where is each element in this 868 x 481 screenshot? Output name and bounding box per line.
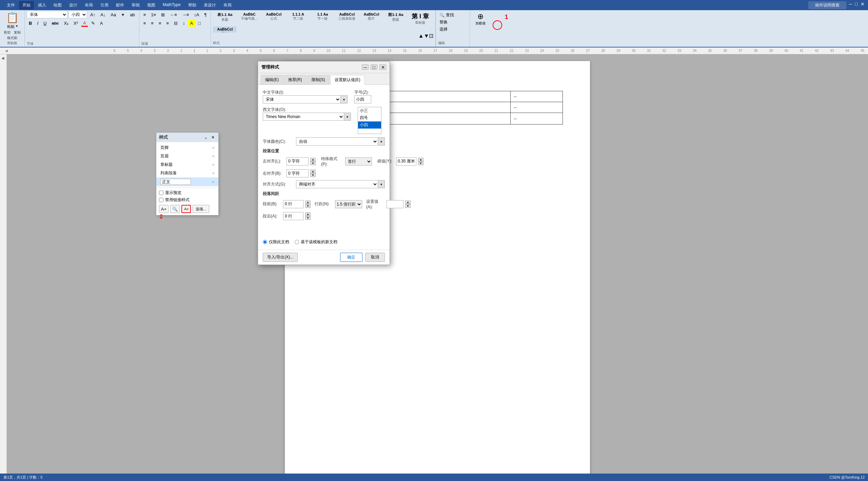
style-section1[interactable]: 1.1 Aa 节一级 [311,12,334,26]
font-size-select[interactable]: 小四 [68,11,87,18]
style-table-title[interactable]: 表1-1 Aa 表题 [213,12,237,26]
replace-button[interactable]: 替换 [438,19,468,26]
multilevel-list-button[interactable]: ⊞ [159,11,167,18]
ok-button[interactable]: 确定 [340,253,362,262]
indent-value-up[interactable]: ▲ [418,158,423,161]
manage-styles-button[interactable]: A≡ [181,205,191,213]
style-name-input[interactable] [160,179,191,185]
align-center-button[interactable]: ≡ [149,19,156,27]
western-font-dropdown[interactable]: ▾ [344,113,351,120]
style-inspector-button[interactable]: 🔍 [170,205,180,213]
underline-button[interactable]: U [41,19,48,27]
style-chapter[interactable]: 第 I 章 章标题 [408,12,432,26]
alignment-select[interactable]: 两端对齐 [296,180,378,188]
align-right-down[interactable]: ▼ [310,173,316,177]
table-cell-2-2[interactable]: ← [511,102,563,113]
menu-review[interactable]: 审阅 [128,1,143,9]
column-button[interactable]: ⊟ [172,19,180,27]
special-format-select[interactable]: 首行 [345,157,372,166]
paste-button[interactable]: 📋 [6,12,19,23]
style-threeline[interactable]: AaBbCcI 三线表段落 [335,12,359,26]
alignment-dropdown[interactable]: ▾ [378,180,384,188]
styles-scroll-down[interactable]: ▼ [424,33,429,39]
menu-table-layout[interactable]: 布局 [220,1,235,9]
table-cell-3-2[interactable]: ← [511,113,563,124]
style-image[interactable]: AaBbCcI 图片 [359,12,383,26]
select-button[interactable]: 选择 [438,26,468,33]
after-input[interactable] [283,212,303,220]
sort-button[interactable]: ↕A [192,11,201,18]
borders-button[interactable]: □ [196,19,203,27]
font-name-select[interactable]: 宋体 [27,11,67,18]
align-right-input[interactable] [287,169,309,177]
align-left-down[interactable]: ▼ [310,161,316,165]
indent-value-down[interactable]: ▼ [418,161,423,165]
alignment-select-wrap[interactable]: 两端对齐 ▾ [296,180,385,188]
subscript-button[interactable]: X₂ [62,19,71,27]
menu-view[interactable]: 视图 [144,1,159,9]
tab-edit[interactable]: 编辑(E) [261,75,283,84]
style-options-button[interactable]: 选项... [193,205,209,213]
western-font-select[interactable]: Times New Roman [263,113,344,121]
doc-content[interactable]: ⊕ 你好我开始一个测试文本← ← ← ← ← 式大苏打撒大苏← ← 发展 ← ← [7,54,868,481]
align-left-up[interactable]: ▲ [310,158,316,161]
menu-mailings[interactable]: 邮件 [113,1,127,9]
strikethrough-button[interactable]: abc [50,19,61,27]
search-bar[interactable]: 操作说明搜索 [808,1,846,9]
line-spacing-select[interactable]: 1.5 倍行距 [335,200,362,208]
shrink-font-button[interactable]: A↓ [98,11,107,18]
copy-button[interactable]: 复制 [13,30,22,35]
font-size-input[interactable] [354,95,371,103]
align-left-button[interactable]: ≡ [141,19,148,27]
chinese-font-dropdown[interactable]: ▾ [340,96,347,103]
new-style-button[interactable]: A+ [159,205,169,213]
font-size-list[interactable]: 小三 四号 小四 [358,107,381,134]
styles-scroll-up[interactable]: ▲ [418,33,424,39]
shading-button[interactable]: A [188,19,195,27]
highlight-color-button[interactable]: ✎ [89,19,97,27]
menu-references[interactable]: 引用 [97,1,112,9]
style-panel-collapse[interactable]: ⌄ [203,135,209,140]
tab-recommend[interactable]: 推荐(R) [284,75,307,84]
superscript-button[interactable]: X² [72,19,80,27]
menu-insert[interactable]: 插入 [35,1,50,9]
tab-set-default[interactable]: 设置默认值(E) [330,75,365,85]
style-panel-close[interactable]: ✕ [210,135,216,140]
style-body[interactable]: AaBbCcI 正文 [213,26,237,33]
text-color-button[interactable]: A [81,19,88,27]
style-item-body[interactable]: ≡ [156,177,218,186]
menu-draw[interactable]: 绘图 [50,1,65,9]
sidebar-arrow[interactable]: ◀ [0,54,6,62]
menu-help[interactable]: 帮助 [185,1,200,9]
table-cell-1-2[interactable]: ← [511,91,563,102]
minimize-btn[interactable]: ─ [849,1,852,9]
dialog-minimize-btn[interactable]: ─ [362,64,369,70]
after-down[interactable]: ▼ [305,216,311,220]
fontsize-item-4[interactable]: 四号 [358,114,381,121]
line-spacing-button[interactable]: ↕ [181,19,187,27]
set-value-up[interactable]: ▲ [405,200,411,204]
chinese-font-select-wrap[interactable]: 宋体 ▾ [263,95,348,103]
justify-button[interactable]: ≡ [164,19,171,27]
menu-home[interactable]: 开始 [19,1,34,9]
chinese-font-select[interactable]: 宋体 [263,95,340,103]
style-item-footer[interactable]: 页脚 ≡ [156,143,218,152]
grow-font-button[interactable]: A↑ [88,11,97,18]
radio-new-docs[interactable]: 基于该模板的新文档 [295,239,337,245]
maximize-btn[interactable]: □ [855,1,858,9]
after-up[interactable]: ▲ [305,212,311,216]
bullets-button[interactable]: ≡ [141,11,148,18]
style-item-list-paragraph[interactable]: 列表段落 ≡ [156,169,218,177]
radio-this-doc[interactable]: 仅限此文档 [263,239,289,245]
font-color-dropdown[interactable]: ▾ [378,138,384,145]
decrease-indent-button[interactable]: ←≡ [168,11,179,18]
fontsize-item-small3[interactable]: 小三 [358,107,381,114]
indent-value-input[interactable] [396,157,416,166]
window-controls[interactable]: 操作说明搜索 ─ □ ✕ [808,1,865,9]
italic-button[interactable]: I [35,19,40,27]
font-color-select[interactable]: 自动 [296,137,378,146]
font-color-button[interactable]: A [98,19,105,27]
menu-table-design[interactable]: 表设计 [200,1,219,9]
western-font-select-wrap[interactable]: Times New Roman ▾ [263,113,351,121]
show-preview-checkbox[interactable]: 显示预览 [159,190,216,196]
